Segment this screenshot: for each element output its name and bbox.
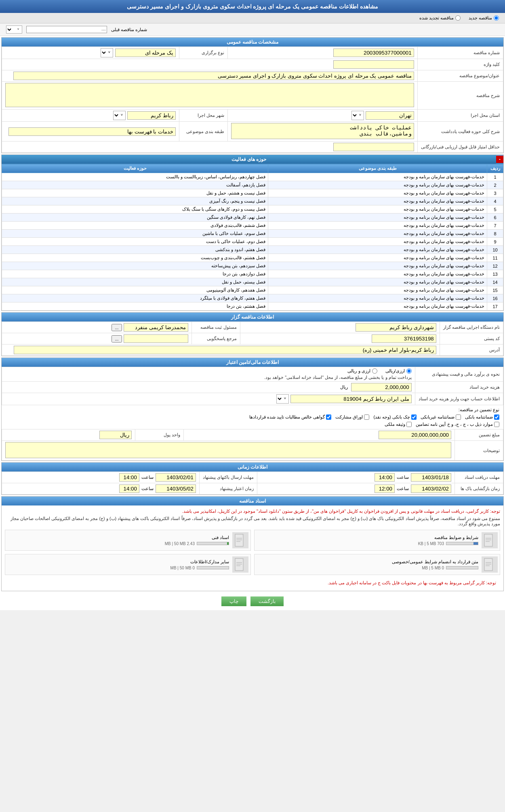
guarantee-amount-input[interactable] bbox=[379, 431, 451, 439]
doc-cost-input[interactable] bbox=[351, 383, 412, 391]
guarantee-option-3[interactable]: چک بانکی (وجه نقد) bbox=[373, 414, 417, 420]
province-input[interactable] bbox=[366, 111, 414, 120]
category-value bbox=[2, 122, 179, 142]
tender-number-row-form: شماره مناقصه نوع برگزاری ᵛ bbox=[2, 47, 503, 59]
province-select[interactable]: ᵛ bbox=[351, 111, 364, 120]
activity-table: ردیف طبقه بندی موضوعی حوزه فعالیت 1 خدما… bbox=[2, 164, 503, 311]
file-bar-container: 2.43 MB | 50 MB bbox=[7, 541, 229, 546]
pricing-rial-only-radio[interactable]: ارزی و ریالی bbox=[347, 368, 377, 374]
general-form-table: شماره مناقصه نوع برگزاری ᵛ کلید واژه bbox=[2, 47, 503, 153]
activity-table-row: 16 خدمات-فهرست بهای سازمان برنامه و بودج… bbox=[2, 294, 503, 302]
guarantee-amount-row: مبلغ تضمین واحد پول bbox=[2, 429, 503, 441]
tender-type-field-input[interactable] bbox=[115, 49, 176, 57]
file-size: 0 MB | 50 MB bbox=[170, 566, 195, 570]
activity-hours-section: - حوزه های فعالیت ردیف طبقه بندی موضوعی … bbox=[1, 154, 504, 311]
doc-section-content: توجه: کاربر گرامی، دریافت اسناد در مهلت … bbox=[2, 505, 503, 591]
tender-number-label: شماره مناقصه قبلی bbox=[111, 27, 147, 32]
bank-select[interactable]: ᵛ bbox=[276, 394, 289, 404]
guarantee-description-textarea[interactable] bbox=[5, 442, 451, 458]
file-icon bbox=[232, 532, 248, 548]
address-input[interactable] bbox=[14, 346, 436, 354]
file-name: شرایط و ضوابط مناقصه bbox=[257, 535, 478, 540]
toggle-activity-button[interactable]: - bbox=[496, 156, 503, 163]
tender-number-input[interactable] bbox=[26, 26, 107, 33]
tender-number-field-value bbox=[228, 47, 417, 59]
tender-number-field-label: شماره مناقصه bbox=[417, 47, 503, 59]
radio-new-tender[interactable]: مناقصه جدید bbox=[469, 15, 499, 21]
send-deadline-label: مهلت ارسال باکتهای پیشنهاد bbox=[199, 472, 257, 483]
guarantee-description-value bbox=[2, 441, 455, 461]
guarantee-unit-input[interactable] bbox=[99, 431, 132, 439]
opening-date-input[interactable] bbox=[411, 484, 451, 493]
receive-deadline-date-input[interactable] bbox=[411, 473, 451, 482]
send-deadline-time-input[interactable] bbox=[119, 473, 139, 482]
bank-input[interactable] bbox=[290, 395, 412, 403]
guarantee-option-6[interactable]: موارد ذیل ب ، ج ، ح، و خ آیین نامه تضامی… bbox=[416, 422, 499, 427]
col-category: طبقه بندی موضوعی bbox=[268, 164, 487, 173]
file-item: سایر مدارک/اطلاعات 0 MB | 50 MB bbox=[5, 554, 251, 575]
validity-time-input[interactable] bbox=[119, 484, 139, 493]
activity-table-row: 5 خدمات-فهرست بهای سازمان برنامه و بودجه… bbox=[2, 205, 503, 214]
city-select[interactable]: ᵛ bbox=[113, 111, 126, 120]
min-score-value bbox=[2, 142, 418, 153]
time-section-header: اطلاعات زمانی bbox=[2, 463, 503, 472]
file-bar-bg bbox=[197, 566, 229, 569]
file-item: شرایط و ضوابط مناقصه 703 KB | 5 MB bbox=[254, 530, 500, 551]
responsible-label: مسئول ثبت مناقصه bbox=[191, 322, 240, 333]
guarantee-amount-table: مبلغ تضمین واحد پول توضیحات bbox=[2, 429, 503, 461]
send-deadline-value: ساعت bbox=[2, 472, 200, 483]
guarantee-amount-label: مبلغ تضمین bbox=[455, 429, 503, 441]
file-info: متن قرارداد به انضمام شرایط عمومی/خصوصی … bbox=[257, 559, 478, 570]
guarantee-type-row: نوع تضمین در مناقصه: bbox=[6, 407, 499, 412]
file-bar-bg bbox=[197, 542, 229, 545]
guarantee-option-2[interactable]: ضمانتنامه غیربانکی bbox=[421, 414, 461, 420]
category-label: طبقه بندی موضوعی bbox=[179, 122, 228, 142]
send-deadline-date-input[interactable] bbox=[156, 473, 196, 482]
tender-type-select[interactable]: ᵛ bbox=[101, 48, 113, 57]
file-bar-container: 0 MB | 50 MB bbox=[7, 566, 229, 570]
ref-value: ... bbox=[2, 333, 192, 345]
file-icon bbox=[232, 556, 248, 573]
postal-input[interactable] bbox=[372, 334, 436, 343]
min-score-input[interactable] bbox=[333, 143, 414, 151]
org-name-input[interactable] bbox=[356, 323, 436, 332]
organizer-section-header: اطلاعات مناقصه گزار bbox=[2, 313, 503, 321]
radio-renewed-tender[interactable]: مناقصه تجدید شده bbox=[419, 15, 461, 21]
tender-number-select[interactable]: ᵛ bbox=[6, 25, 22, 34]
print-button[interactable]: چاپ bbox=[221, 596, 246, 606]
pricing-rial-radio[interactable]: ارزی/ریالی bbox=[385, 368, 412, 374]
city-value: ᵛ bbox=[2, 110, 179, 122]
page-title: مشاهده اطلاعات مناقصه عمومی یک مرحله ای … bbox=[0, 0, 505, 13]
back-button[interactable]: بازگشت bbox=[250, 596, 284, 606]
bank-row: اطلاعات حساب جهت واریز هزینه خرید اسناد … bbox=[2, 393, 503, 405]
guarantee-option-7[interactable]: وثیقه ملکی bbox=[385, 422, 412, 427]
activity-table-row: 13 خدمات-فهرست بهای سازمان برنامه و بودج… bbox=[2, 270, 503, 278]
file-bar-fill bbox=[228, 567, 229, 569]
guarantee-option-5[interactable]: گواهی خالص مطالبات تایید شده قراردادها bbox=[249, 414, 331, 420]
receive-deadline-time-input[interactable] bbox=[375, 473, 395, 482]
ref-btn[interactable]: ... bbox=[112, 335, 122, 343]
keyword-value bbox=[2, 59, 418, 70]
bottom-note: توجه: کاربر گرامی مربوط به فهرست بها در … bbox=[5, 578, 500, 588]
activity-table-row: 1 خدمات-فهرست بهای سازمان برنامه و بودجه… bbox=[2, 173, 503, 181]
city-input[interactable] bbox=[127, 111, 176, 120]
file-bar-bg bbox=[446, 566, 478, 569]
responsible-input[interactable] bbox=[124, 323, 188, 332]
ref-input[interactable] bbox=[124, 334, 188, 343]
keyword-input[interactable] bbox=[333, 60, 414, 69]
tender-number-field-input[interactable] bbox=[333, 49, 414, 57]
validity-date-input[interactable] bbox=[156, 484, 196, 493]
svg-rect-15 bbox=[235, 558, 243, 571]
guarantee-option-4[interactable]: اوراق مشارکت bbox=[335, 414, 369, 420]
keyword-label: کلید واژه bbox=[417, 59, 503, 70]
file-info: شرایط و ضوابط مناقصه 703 KB | 5 MB bbox=[257, 535, 478, 546]
category-input[interactable] bbox=[8, 127, 176, 136]
description-textarea[interactable] bbox=[5, 83, 414, 107]
tender-type-section: مناقصه جدید مناقصه تجدید شده bbox=[0, 13, 505, 23]
opening-label: زمان بازگشایی باک ها bbox=[455, 483, 503, 495]
guarantee-option-1[interactable]: ضمانتنامه بانکی bbox=[465, 414, 499, 420]
activity-textarea[interactable]: عملیات خاکی یادداشت وماشین،قالب بندی bbox=[231, 123, 414, 139]
opening-time-input[interactable] bbox=[375, 484, 395, 493]
responsible-btn[interactable]: ... bbox=[112, 324, 122, 331]
subject-input[interactable] bbox=[13, 72, 414, 80]
